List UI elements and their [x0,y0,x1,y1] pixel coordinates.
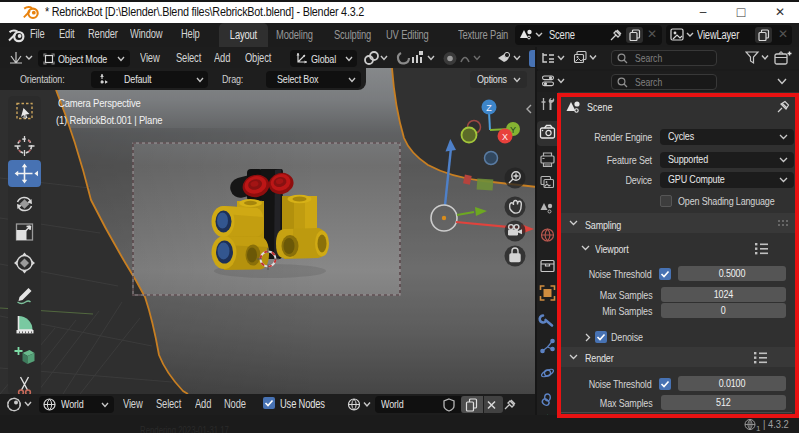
svg-text:Z: Z [486,103,492,113]
svg-text:Y: Y [510,125,516,135]
svg-text:X: X [502,132,508,142]
